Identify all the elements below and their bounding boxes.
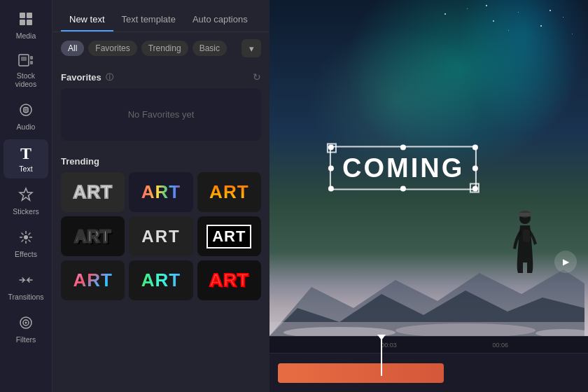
sidebar-item-label-text: Text <box>19 164 32 173</box>
art-item-8[interactable]: ART <box>129 260 192 300</box>
timeline-track <box>270 354 588 392</box>
sidebar-item-label-transitions: Transitions <box>8 293 44 301</box>
text-overlay-element[interactable]: COMING <box>330 146 477 190</box>
sidebar-item-audio[interactable]: Audio <box>4 97 48 136</box>
svg-rect-33 <box>523 230 530 242</box>
sidebar-item-label-media: Media <box>16 31 36 40</box>
filter-bar: All Favorites Trending Basic ▾ <box>52 32 270 64</box>
timeline-marker-2: 00:06 <box>493 342 509 349</box>
chevron-down-icon: ▾ <box>249 43 254 54</box>
trending-section-header: Trending <box>61 149 261 172</box>
handle-middle-left[interactable] <box>328 165 334 171</box>
sidebar-item-label-stickers: Stickers <box>13 207 38 216</box>
sidebar: Media Stockvideos Audio T Text <box>0 0 52 392</box>
art-text-8: ART <box>141 270 181 291</box>
sidebar-item-stickers[interactable]: Stickers <box>4 181 48 221</box>
panel-tabs: New text Text template Auto captions <box>52 0 270 32</box>
art-text-4: ART <box>75 227 111 246</box>
stars-layer <box>270 0 588 168</box>
svg-rect-5 <box>21 57 27 61</box>
art-item-3[interactable]: ART <box>197 172 261 212</box>
text-panel: New text Text template Auto captions All… <box>52 0 270 392</box>
tab-new-text[interactable]: New text <box>61 8 113 31</box>
sidebar-item-label-effects: Effects <box>15 250 37 258</box>
art-item-1[interactable]: ART <box>61 172 125 212</box>
art-item-5[interactable]: ART <box>129 216 192 256</box>
handle-middle-right[interactable] <box>472 165 478 171</box>
svg-point-12 <box>24 235 28 239</box>
transitions-icon <box>18 272 34 290</box>
timeline: 00:03 00:06 <box>270 336 588 392</box>
panel-content: Favorites ⓘ ↻ No Favorites yet Trending … <box>52 64 270 392</box>
main-area: COMING ▶ 00:03 00:06 <box>270 0 588 392</box>
sidebar-item-stock-videos[interactable]: Stockvideos <box>4 48 48 94</box>
filter-basic[interactable]: Basic <box>192 41 227 56</box>
filter-favorites[interactable]: Favorites <box>88 41 136 56</box>
art-item-2[interactable]: ART <box>129 172 192 212</box>
play-button[interactable]: ▶ <box>554 251 577 273</box>
filter-more-dropdown[interactable]: ▾ <box>241 39 261 57</box>
art-item-9[interactable]: ART <box>197 260 261 300</box>
sidebar-item-effects[interactable]: Effects <box>4 224 48 264</box>
art-item-7[interactable]: ART <box>61 260 125 300</box>
art-text-3: ART <box>209 181 248 203</box>
handle-bottom-right[interactable] <box>472 186 478 192</box>
svg-rect-3 <box>27 20 32 25</box>
sidebar-item-filters[interactable]: Filters <box>4 309 48 349</box>
video-canvas[interactable]: COMING ▶ <box>270 0 588 336</box>
svg-rect-6 <box>30 56 33 59</box>
sidebar-item-label-audio: Audio <box>17 122 36 131</box>
art-item-6[interactable]: ART <box>197 216 261 256</box>
art-text-7: ART <box>73 270 112 291</box>
svg-rect-0 <box>20 13 25 18</box>
svg-point-23 <box>25 322 27 324</box>
play-icon: ▶ <box>563 257 569 267</box>
favorites-title: Favorites ⓘ <box>61 72 113 83</box>
art-text-6: ART <box>206 225 251 248</box>
text-icon: T <box>20 145 31 162</box>
svg-rect-1 <box>27 13 32 18</box>
svg-line-18 <box>29 240 31 242</box>
media-icon <box>18 11 34 29</box>
svg-line-19 <box>29 233 31 235</box>
sidebar-item-transitions[interactable]: Transitions <box>4 267 48 307</box>
svg-rect-32 <box>519 213 531 216</box>
art-text-9: ART <box>209 270 248 291</box>
filters-icon <box>18 315 34 332</box>
filter-all[interactable]: All <box>61 41 84 56</box>
sidebar-item-text[interactable]: T Text <box>4 139 48 178</box>
info-icon: ⓘ <box>106 72 113 83</box>
svg-marker-11 <box>20 188 32 200</box>
favorites-section-header: Favorites ⓘ ↻ <box>61 64 261 88</box>
svg-line-20 <box>22 240 24 242</box>
effects-icon <box>18 230 34 247</box>
handle-bottom-left[interactable] <box>328 186 334 192</box>
timeline-ruler: 00:03 00:06 <box>270 337 588 354</box>
canvas-text: COMING <box>342 153 464 183</box>
tab-auto-captions[interactable]: Auto captions <box>184 8 256 31</box>
handle-top-left[interactable] <box>328 145 334 150</box>
svg-rect-7 <box>30 61 33 64</box>
art-text-2: ART <box>141 181 181 203</box>
art-grid: ART ART ART ART ART ART ART ART <box>61 172 261 300</box>
person-silhouette <box>504 210 546 294</box>
handle-bottom-middle[interactable] <box>400 186 406 192</box>
handle-top-middle[interactable] <box>400 145 406 150</box>
art-text-5: ART <box>141 227 180 246</box>
art-text-1: ART <box>73 181 112 203</box>
track-clip[interactable] <box>278 363 444 383</box>
tab-text-template[interactable]: Text template <box>113 8 184 31</box>
refresh-icon[interactable]: ↻ <box>253 71 261 83</box>
svg-line-17 <box>22 233 24 235</box>
sidebar-item-media[interactable]: Media <box>4 6 48 46</box>
sidebar-item-label-stock: Stockvideos <box>15 71 36 88</box>
svg-rect-2 <box>20 20 25 25</box>
stock-videos-icon <box>18 54 34 69</box>
favorites-empty-state: No Favorites yet <box>61 88 261 141</box>
sidebar-item-label-filters: Filters <box>16 335 36 344</box>
filter-trending[interactable]: Trending <box>141 41 188 56</box>
audio-icon <box>18 102 34 120</box>
playhead[interactable] <box>381 337 382 376</box>
art-item-4[interactable]: ART <box>61 216 125 256</box>
stickers-icon <box>18 187 34 204</box>
